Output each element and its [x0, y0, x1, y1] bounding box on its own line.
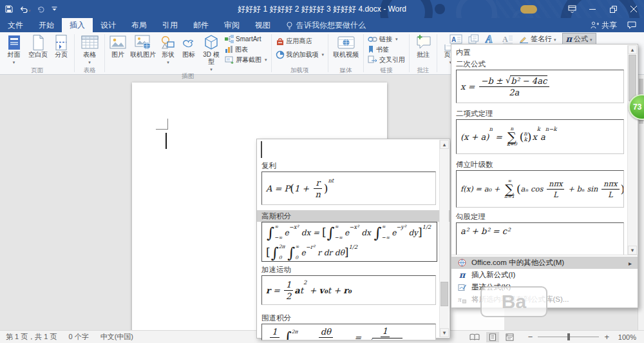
tab-mailings[interactable]: 邮件: [185, 18, 216, 32]
menu-item-insert-new-equation[interactable]: π 插入新公式(I): [451, 269, 638, 281]
my-addins-button[interactable]: 我的加载项: [274, 50, 326, 59]
undo-button[interactable]: [19, 3, 31, 15]
chart-button[interactable]: 图表: [223, 44, 269, 54]
gallery-item-gauss-integral[interactable]: 高斯积分 ∫∞−∞e−x² dx = [∫∞−∞e−x² dx ∫∞−∞e−y²…: [257, 210, 450, 262]
svg-text:A: A: [502, 35, 508, 44]
drop-cap-button[interactable]: A: [502, 34, 513, 44]
tab-home[interactable]: 开始: [31, 18, 62, 32]
shapes-button[interactable]: 形状: [158, 33, 178, 65]
quick-parts-button[interactable]: [468, 34, 479, 44]
signature-line-button[interactable]: 签名行: [519, 34, 556, 44]
cover-page-button[interactable]: 封面: [3, 33, 25, 65]
ink-equation-icon: [457, 283, 467, 291]
dropdown-scrollbar[interactable]: [627, 45, 637, 255]
zoom-out-button[interactable]: −: [528, 333, 533, 341]
minimize-button[interactable]: [582, 0, 603, 18]
screenshot-button[interactable]: 屏幕截图: [223, 55, 269, 64]
text-box-icon: A: [450, 34, 462, 44]
zoom-slider-thumb[interactable]: [567, 333, 570, 340]
link-button[interactable]: 链接: [366, 34, 406, 44]
scroll-up-button[interactable]: [440, 140, 449, 149]
drop-cap-icon: A: [502, 34, 513, 44]
close-button[interactable]: [623, 0, 644, 18]
web-layout-button[interactable]: [503, 332, 516, 342]
equation-accelerated-motion: r = 12at2 + v₀t + r₀: [266, 280, 352, 301]
table-button[interactable]: 表格: [77, 33, 102, 65]
page-indicator[interactable]: 第 1 页，共 1 页: [0, 332, 62, 342]
gallery-item-fourier-series[interactable]: 傅立叶级数 f(x) = a₀ + ∞∑n=1(aₙ cos nπxL + bₙ…: [451, 160, 638, 208]
svg-text:π: π: [458, 295, 462, 303]
gallery-item-contour-integral[interactable]: 围道积分 12π∫2π0dθa + b sin θ = 1√a² − b²: [257, 313, 450, 340]
svg-text:A: A: [485, 34, 493, 44]
language-indicator[interactable]: 中文(中国): [95, 332, 139, 342]
gallery-item-binomial-theorem[interactable]: 二项式定理 (x + a)n = n∑k=0(nk)xkan−k: [451, 109, 638, 154]
ribbon-display-options-button[interactable]: [562, 0, 582, 18]
gallery-item-accelerated-motion[interactable]: 加速运动 r = 12at2 + v₀t + r₀: [257, 265, 450, 305]
comments-pane-button[interactable]: [627, 21, 636, 29]
account-avatar[interactable]: [520, 5, 537, 14]
page-break-button[interactable]: 分页: [51, 33, 71, 58]
tab-layout[interactable]: 布局: [124, 18, 155, 32]
equation-binomial-theorem: (x + a)n = n∑k=0(nk)xkan−k: [460, 126, 556, 147]
store-button[interactable]: 应用商店: [274, 36, 326, 46]
online-video-button[interactable]: 联机视频: [331, 33, 361, 58]
smartart-button[interactable]: SmartArt: [223, 34, 269, 44]
gallery-scrollbar-thumb[interactable]: [440, 282, 448, 306]
bookmark-button[interactable]: 书签: [366, 44, 406, 54]
gallery-item-compound-interest[interactable]: 复利 A = P(1 + rn)nt: [257, 161, 450, 205]
share-button[interactable]: 共享: [591, 20, 617, 31]
icons-button[interactable]: 图标: [178, 33, 199, 58]
equation-contour-integral: 12π∫2π0dθa + b sin θ = 1√a² − b²: [266, 326, 406, 340]
save-to-gallery-icon: π: [457, 295, 467, 304]
dropdown-scrollbar-thumb[interactable]: [629, 55, 636, 101]
quick-parts-icon: [468, 34, 479, 44]
scroll-down-button[interactable]: [440, 328, 449, 337]
equation-button[interactable]: π 公式: [562, 33, 596, 44]
tab-review[interactable]: 审阅: [216, 18, 247, 32]
shapes-icon: [160, 34, 176, 51]
group-addins: 应用商店 我的加载项 加载项: [273, 32, 327, 74]
3d-models-button[interactable]: 3D 模型: [199, 33, 223, 72]
gallery-scrollbar[interactable]: [439, 140, 449, 337]
gallery-item-quadratic-formula[interactable]: 二次公式 x = −b ± √b² − 4ac2a: [451, 59, 638, 103]
menu-item-more-equations-office-com[interactable]: Office.com 中的其他公式(M): [451, 257, 638, 269]
pi-icon: π: [457, 271, 467, 279]
print-layout-button[interactable]: [486, 332, 499, 342]
group-links: 链接 书签 交叉引用 链接: [365, 32, 408, 74]
svg-text:A: A: [451, 35, 456, 43]
customize-qat-button[interactable]: [52, 6, 57, 12]
cross-reference-button[interactable]: 交叉引用: [366, 55, 406, 64]
text-box-button[interactable]: A: [450, 34, 462, 44]
scroll-up-button[interactable]: [628, 45, 637, 54]
read-mode-button[interactable]: [467, 332, 482, 342]
gallery-item-pythagorean-theorem[interactable]: 勾股定理 a² + b² = c²: [451, 212, 638, 257]
equation-quadratic-formula: x = −b ± √b² − 4ac2a: [460, 75, 551, 97]
word-count[interactable]: 0 个字: [62, 332, 94, 342]
blank-page-button[interactable]: 空白页: [25, 33, 51, 58]
title-bar: 好好好 1 好好好 2 好好好 3 好好好 4.docx - Word: [0, 0, 644, 18]
tab-references[interactable]: 引用: [155, 18, 185, 32]
save-button[interactable]: [5, 5, 13, 13]
group-media: 联机视频 媒体: [330, 32, 362, 74]
window-title: 好好好 1 好好好 2 好好好 3 好好好 4.docx - Word: [0, 0, 644, 18]
tab-file[interactable]: 文件: [0, 18, 31, 32]
online-pictures-button[interactable]: 联机图片: [128, 33, 158, 58]
zoom-level[interactable]: 100%: [614, 333, 636, 341]
icons-icon: [181, 34, 196, 51]
comment-button[interactable]: 批注: [412, 33, 434, 58]
pictures-button[interactable]: 图片: [108, 33, 128, 58]
comment-bubble-icon: [627, 21, 636, 29]
zoom-slider[interactable]: [538, 337, 599, 337]
tab-insert[interactable]: 插入: [62, 18, 93, 32]
redo-button[interactable]: [37, 6, 45, 13]
scroll-down-button[interactable]: [628, 246, 637, 255]
tab-design[interactable]: 设计: [93, 18, 124, 32]
close-icon: [630, 6, 637, 12]
tell-me-box[interactable]: 告诉我你想要做什么: [286, 18, 366, 32]
restore-button[interactable]: [603, 0, 623, 18]
table-icon: [81, 34, 99, 51]
equation-compound-interest: A = P(1 + rn)nt: [266, 178, 334, 199]
tab-view[interactable]: 视图: [247, 18, 278, 32]
zoom-in-button[interactable]: +: [604, 333, 609, 341]
wordart-button[interactable]: A: [485, 34, 496, 44]
